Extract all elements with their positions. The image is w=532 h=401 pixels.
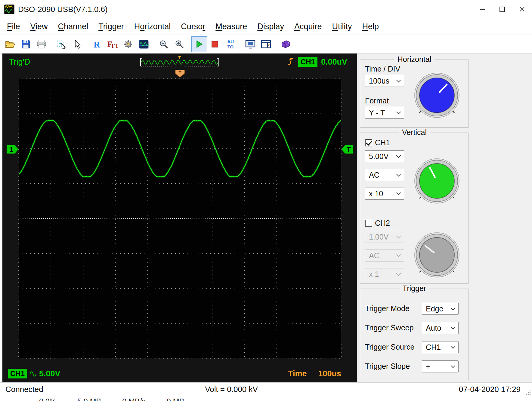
ch1-enable-row: CH1 bbox=[365, 138, 390, 147]
window-controls bbox=[472, 0, 532, 19]
ch1-attenuation-select[interactable]: x 10 bbox=[365, 188, 404, 200]
svg-text:TO: TO bbox=[227, 44, 234, 49]
svg-text:F: F bbox=[107, 40, 112, 48]
ch1-volts-select[interactable]: 5.00V bbox=[365, 150, 404, 162]
svg-text:1: 1 bbox=[9, 146, 13, 153]
auto-setup-button[interactable]: AUTO bbox=[223, 36, 238, 52]
trigger-source-badge: CH1 bbox=[298, 57, 317, 67]
chevron-down-icon bbox=[451, 325, 456, 329]
trigger-sweep-row: Trigger SweepAuto bbox=[360, 322, 469, 334]
ch2-coupling-select[interactable]: AC bbox=[365, 249, 404, 262]
menu-trigger[interactable]: Trigger bbox=[93, 19, 129, 35]
record-preview[interactable]: T bbox=[140, 58, 219, 67]
menu-view[interactable]: View bbox=[25, 19, 53, 35]
settings-gear-icon bbox=[123, 39, 133, 49]
ch1-position-knob[interactable] bbox=[412, 156, 462, 207]
menu-cursor[interactable]: Cursor bbox=[176, 19, 210, 35]
open-file-button[interactable] bbox=[2, 36, 18, 52]
horizontal-knob[interactable] bbox=[412, 70, 462, 122]
svg-text:T: T bbox=[178, 70, 181, 75]
maximize-button[interactable] bbox=[492, 0, 512, 19]
ac-coupling-icon bbox=[29, 370, 37, 377]
connection-status: Connected bbox=[5, 385, 43, 394]
menu-bar: FileViewChannelTriggerHorizontalCursorMe… bbox=[0, 19, 532, 35]
trigger-source-row: Trigger SourceCH1 bbox=[360, 341, 469, 353]
print-button[interactable] bbox=[34, 36, 49, 52]
trigger-slope-select[interactable]: + bbox=[422, 360, 459, 372]
ch1-coupling-select[interactable]: AC bbox=[365, 169, 404, 181]
menu-horizontal[interactable]: Horizontal bbox=[129, 19, 176, 35]
menu-measure[interactable]: Measure bbox=[210, 19, 252, 35]
trigger-sweep-select[interactable]: Auto bbox=[422, 322, 459, 334]
pointer-cursor-button[interactable] bbox=[69, 36, 85, 52]
refresh-button[interactable]: R bbox=[89, 36, 105, 52]
trigger-source-label: Trigger Source bbox=[365, 343, 414, 351]
horizontal-group-title: Horizontal bbox=[394, 55, 435, 64]
scope-display[interactable]: 1TT bbox=[5, 69, 354, 367]
save-button[interactable] bbox=[18, 36, 34, 52]
svg-text:R: R bbox=[94, 39, 100, 49]
start-acquisition-button[interactable] bbox=[191, 36, 207, 52]
chevron-down-icon bbox=[396, 153, 401, 158]
fullscreen-button[interactable] bbox=[243, 36, 258, 52]
zoom-out-icon bbox=[159, 39, 169, 49]
svg-text:AU: AU bbox=[227, 39, 234, 44]
chevron-down-icon bbox=[396, 252, 401, 257]
panel-layout-icon bbox=[261, 40, 271, 49]
trigger-readout: CH1 0.00uV bbox=[287, 57, 347, 67]
settings-gear-button[interactable] bbox=[120, 36, 136, 52]
menu-help[interactable]: Help bbox=[357, 19, 384, 35]
toolbar-separator bbox=[49, 38, 54, 50]
chevron-down-icon bbox=[396, 234, 401, 238]
help-button[interactable] bbox=[278, 36, 294, 52]
vertical-group-title: Vertical bbox=[399, 128, 430, 137]
menu-display[interactable]: Display bbox=[252, 19, 289, 35]
status-partial-fragment: 0.0% bbox=[39, 396, 56, 401]
panel-layout-button[interactable] bbox=[258, 36, 274, 52]
waveform-display-button[interactable] bbox=[136, 36, 152, 52]
ch2-attenuation-select[interactable]: x 1 bbox=[365, 268, 404, 280]
print-icon bbox=[36, 39, 47, 49]
status-partial-text: 0.0%5.0 MB0 MB/s0 MB bbox=[39, 396, 184, 401]
time-div-select[interactable]: 100us bbox=[365, 75, 404, 87]
trigger-mode-select[interactable]: Edge bbox=[422, 303, 459, 315]
zoom-out-button[interactable] bbox=[156, 36, 172, 52]
menu-file[interactable]: File bbox=[2, 19, 25, 35]
chevron-down-icon bbox=[451, 344, 456, 349]
trigger-edge-icon bbox=[287, 57, 295, 67]
menu-utility[interactable]: Utility bbox=[327, 19, 357, 35]
zoom-in-icon bbox=[175, 39, 184, 49]
ch2-enable-row: CH2 bbox=[365, 219, 390, 228]
trigger-mode-label: Trigger Mode bbox=[365, 304, 410, 313]
ch1-badge: CH1 bbox=[8, 369, 27, 378]
fft-button[interactable]: FFT bbox=[105, 36, 120, 52]
open-file-icon bbox=[5, 39, 15, 49]
status-partial-fragment: 0 MB/s bbox=[122, 396, 146, 401]
format-select[interactable]: Y - T bbox=[365, 107, 404, 119]
trigger-slope-label: Trigger Slope bbox=[365, 362, 410, 371]
ch1-checkbox[interactable] bbox=[365, 139, 372, 146]
ch2-position-knob[interactable] bbox=[412, 230, 462, 281]
cursor-measure-button[interactable] bbox=[54, 36, 69, 52]
pointer-cursor-icon bbox=[73, 39, 81, 49]
ch2-volts-select[interactable]: 1.00V bbox=[365, 231, 404, 243]
trigger-source-select[interactable]: CH1 bbox=[422, 341, 459, 353]
resize-grip[interactable] bbox=[526, 390, 531, 396]
cursor-measure-icon bbox=[56, 39, 66, 49]
time-value: 100us bbox=[318, 369, 341, 378]
ch2-checkbox[interactable] bbox=[365, 220, 372, 227]
minimize-button[interactable] bbox=[472, 0, 492, 19]
trigger-group: Trigger Trigger ModeEdgeTrigger SweepAut… bbox=[360, 289, 469, 380]
menu-acquire[interactable]: Acquire bbox=[289, 19, 327, 35]
time-div-value: 100us bbox=[369, 77, 389, 85]
ch1-label: CH1 bbox=[375, 138, 390, 147]
stop-acquisition-icon bbox=[211, 41, 218, 48]
zoom-in-button[interactable] bbox=[172, 36, 187, 52]
stop-acquisition-button[interactable] bbox=[207, 36, 223, 52]
menu-channel[interactable]: Channel bbox=[53, 19, 94, 35]
refresh-icon: R bbox=[92, 39, 101, 49]
toolbar: RFFTAUTO bbox=[0, 35, 532, 54]
toolbar-separator bbox=[238, 38, 243, 50]
close-button[interactable] bbox=[512, 0, 532, 19]
trigger-level-readout: 0.00uV bbox=[321, 57, 347, 67]
